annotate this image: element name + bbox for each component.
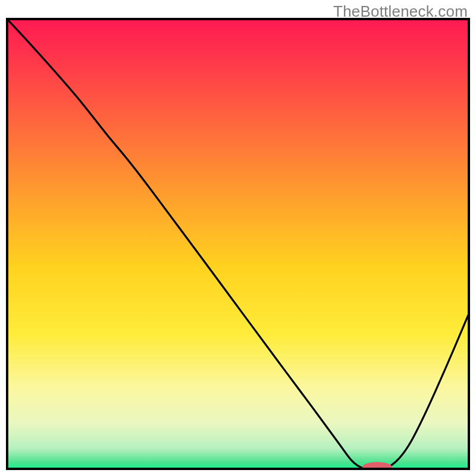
page-root: TheBottleneck.com	[0, 0, 476, 476]
bottleneck-chart	[6, 18, 470, 470]
chart-svg	[6, 18, 470, 470]
chart-background-gradient	[7, 19, 469, 469]
